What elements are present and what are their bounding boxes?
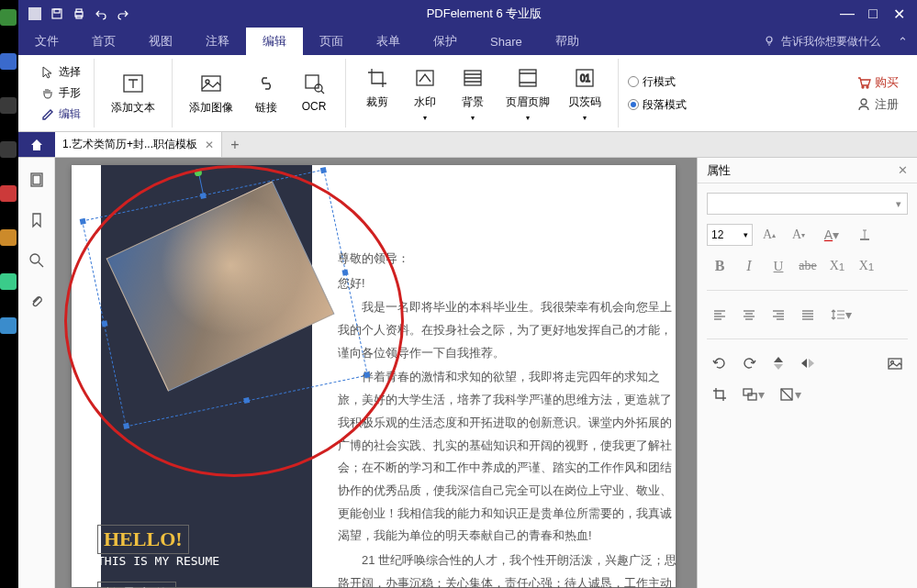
lightbulb-icon [763, 35, 776, 48]
subscript-icon[interactable]: X1 [854, 255, 879, 277]
tab-page[interactable]: 页面 [303, 28, 360, 55]
buy-button[interactable]: 购买 [856, 74, 899, 91]
app-window: PDFelement 6 专业版 — □ ✕ 文件 首页 视图 注释 编辑 页面… [18, 0, 917, 588]
add-image-button[interactable]: 添加图像 [182, 67, 240, 119]
add-text-button[interactable]: 添加文本 [104, 67, 162, 119]
hand-tool[interactable]: 手形 [37, 83, 84, 103]
link-button[interactable]: 链接 [244, 67, 288, 119]
bookmarks-icon[interactable] [26, 209, 48, 231]
line-spacing-icon[interactable]: ▾ [824, 304, 857, 326]
cover-letter-text: 尊敬的领导： 您好! 我是一名即将毕业的本科毕业生。我很荣幸有机会向您呈上我的个… [338, 248, 677, 588]
hello-heading: HELLO! [97, 525, 189, 554]
align-left-icon[interactable] [707, 304, 732, 326]
crop-image-icon[interactable] [707, 383, 732, 405]
align-justify-icon[interactable] [795, 304, 821, 326]
font-color-icon[interactable]: A▾ [815, 224, 848, 246]
maximize-button[interactable]: □ [864, 6, 882, 23]
name-tag: 筑鼎食代 [97, 582, 176, 588]
align-right-icon[interactable] [766, 304, 791, 326]
app-icon [28, 6, 42, 21]
tab-comment[interactable]: 注释 [189, 28, 246, 55]
flip-horizontal-icon[interactable] [795, 352, 821, 374]
paragraph-mode-radio[interactable]: 段落模式 [628, 97, 687, 113]
svg-point-17 [862, 86, 864, 88]
rotate-left-icon[interactable] [707, 352, 732, 374]
svg-rect-0 [28, 7, 41, 20]
crop-button[interactable]: 裁剪 [355, 61, 399, 126]
save-icon[interactable] [50, 6, 64, 21]
ocr-button[interactable]: OCR [292, 67, 336, 119]
work-area: 尊敬的领导： 您好! 我是一名即将毕业的本科毕业生。我很荣幸有机会向您呈上我的个… [18, 158, 917, 588]
increase-font-icon[interactable]: A▴ [756, 224, 782, 246]
svg-rect-14 [520, 70, 536, 86]
select-tool[interactable]: 选择 [37, 62, 84, 82]
svg-point-19 [861, 99, 867, 105]
bold-icon[interactable]: B [707, 255, 732, 277]
background-button[interactable]: 背景▾ [451, 61, 495, 126]
svg-rect-8 [202, 76, 220, 91]
tab-form[interactable]: 表单 [360, 28, 417, 55]
tab-view[interactable]: 视图 [132, 28, 189, 55]
rotate-right-icon[interactable] [736, 352, 762, 374]
app-title: PDFelement 6 专业版 [130, 6, 838, 22]
decrease-font-icon[interactable]: A▾ [786, 224, 811, 246]
properties-title: 属性 [707, 162, 731, 179]
tab-home[interactable]: 首页 [75, 28, 132, 55]
header-footer-button[interactable]: 页眉页脚▾ [498, 61, 557, 126]
extract-image-icon[interactable] [882, 352, 908, 374]
print-icon[interactable] [72, 6, 86, 21]
svg-point-22 [30, 254, 39, 263]
underline-icon[interactable]: U [766, 255, 791, 277]
opacity-icon[interactable]: ▾ [773, 383, 806, 405]
svg-rect-21 [33, 175, 40, 184]
thumbnails-icon[interactable] [26, 169, 48, 191]
tell-me-search[interactable]: 告诉我你想要做什么 [763, 34, 917, 50]
tab-protect[interactable]: 保护 [417, 28, 474, 55]
italic-icon[interactable]: I [736, 255, 762, 277]
attachments-icon[interactable] [26, 290, 48, 312]
svg-rect-12 [417, 71, 433, 85]
svg-point-9 [206, 80, 209, 83]
highlight-icon[interactable] [852, 224, 878, 246]
svg-text:01: 01 [580, 73, 591, 83]
menu-bar: 文件 首页 视图 注释 编辑 页面 表单 保护 Share 帮助 告诉我你想要做… [18, 28, 917, 55]
watermark-button[interactable]: 水印▾ [403, 61, 447, 126]
document-canvas[interactable]: 尊敬的领导： 您好! 我是一名即将毕业的本科毕业生。我很荣幸有机会向您呈上我的个… [55, 158, 697, 588]
register-button[interactable]: 注册 [856, 96, 899, 113]
superscript-icon[interactable]: X1 [824, 255, 850, 277]
title-bar: PDFelement 6 专业版 — □ ✕ [18, 0, 917, 28]
line-mode-radio[interactable]: 行模式 [628, 74, 687, 90]
properties-panel: 属性 ✕ ▾ 12▾ A▴ A▾ A▾ B I U abe X1 [697, 158, 917, 588]
ribbon: 选择 手形 编辑 添加文本 添加图像 链接 OCR 裁剪 水印▾ 背景▾ 页眉页… [18, 55, 917, 132]
undo-icon[interactable] [94, 6, 108, 21]
home-tab-button[interactable] [18, 132, 55, 157]
tab-file[interactable]: 文件 [18, 28, 75, 55]
cart-icon [856, 75, 871, 90]
close-tab-icon[interactable]: ✕ [205, 139, 214, 151]
search-icon[interactable] [26, 250, 48, 272]
strikethrough-icon[interactable]: abe [795, 255, 821, 277]
font-family-select[interactable]: ▾ [707, 193, 908, 215]
svg-point-6 [766, 37, 772, 42]
home-icon [29, 138, 44, 152]
close-button[interactable]: ✕ [889, 6, 908, 23]
close-panel-icon[interactable]: ✕ [898, 163, 908, 177]
desktop-icons [0, 0, 18, 588]
document-tab[interactable]: 1.艺术类简历+封...职信模板 ✕ [55, 132, 222, 157]
tab-help[interactable]: 帮助 [539, 28, 596, 55]
edit-tool[interactable]: 编辑 [37, 105, 84, 124]
redo-icon[interactable] [116, 6, 130, 21]
tab-share[interactable]: Share [474, 28, 539, 55]
svg-rect-2 [54, 9, 60, 13]
font-size-input[interactable]: 12▾ [707, 224, 753, 246]
collapse-ribbon-icon[interactable]: ⌃ [898, 35, 908, 49]
tab-edit[interactable]: 编辑 [246, 28, 303, 55]
replace-image-icon[interactable]: ▾ [736, 383, 769, 405]
align-center-icon[interactable] [736, 304, 762, 326]
minimize-button[interactable]: — [838, 6, 856, 23]
flip-vertical-icon[interactable] [766, 352, 791, 374]
svg-rect-10 [306, 75, 319, 88]
document-tab-label: 1.艺术类简历+封...职信模板 [62, 137, 197, 152]
add-tab-button[interactable]: + [222, 132, 248, 157]
bates-button[interactable]: 01贝茨码▾ [561, 61, 609, 126]
